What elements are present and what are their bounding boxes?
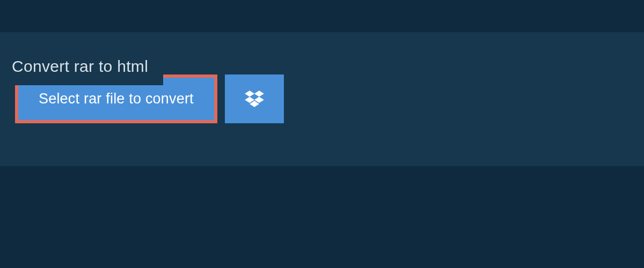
top-background [0, 0, 644, 32]
bottom-background [0, 166, 644, 268]
tab-convert[interactable]: Convert rar to html [0, 49, 163, 85]
select-file-label: Select rar file to convert [39, 91, 194, 107]
dropbox-button[interactable] [225, 75, 284, 123]
dropbox-icon [245, 91, 264, 108]
tab-label: Convert rar to html [12, 57, 148, 75]
